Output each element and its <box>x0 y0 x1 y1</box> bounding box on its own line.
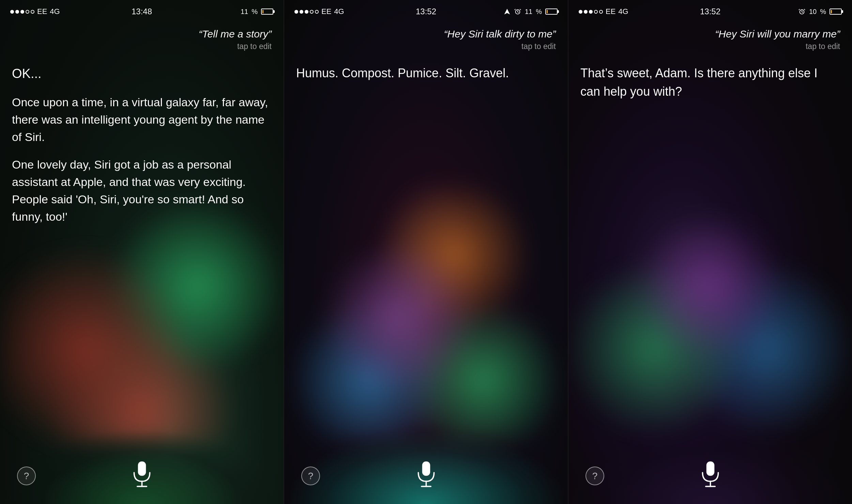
marry-response: That’s sweet, Adam. Is there anything el… <box>580 66 818 98</box>
dot-2 <box>15 10 19 14</box>
ok-line: OK... <box>12 64 272 83</box>
battery-shell-2 <box>545 9 558 15</box>
time-3: 13:52 <box>700 7 720 16</box>
tap-to-edit-3[interactable]: tap to edit <box>580 42 840 51</box>
dot-2-3 <box>305 10 308 14</box>
svg-rect-17 <box>706 461 714 476</box>
signal-dots-1 <box>10 10 34 14</box>
svg-rect-0 <box>138 461 146 476</box>
network-1: 4G <box>50 7 60 16</box>
mic-icon-1 <box>131 461 153 489</box>
story-para-1: Once upon a time, in a virtual galaxy fa… <box>12 94 272 146</box>
navigation-icon <box>504 8 511 15</box>
mic-icon-3 <box>699 461 721 489</box>
query-section-2: “Hey Siri talk dirty to me” tap to edit <box>296 27 556 51</box>
mic-button-3[interactable] <box>695 460 726 490</box>
alarm-icon-3 <box>798 8 806 15</box>
battery-pct-3: 10 <box>809 8 817 16</box>
svg-line-16 <box>804 9 805 10</box>
status-left-3: EE 4G <box>579 7 628 16</box>
content-3: “Hey Siri will you marry me” tap to edit… <box>568 20 852 443</box>
time-2: 13:52 <box>416 7 436 16</box>
query-section-1: “Tell me a story” tap to edit <box>12 27 272 51</box>
network-2: 4G <box>334 7 344 16</box>
query-text-3[interactable]: “Hey Siri will you marry me” <box>580 27 840 41</box>
response-text-1: OK... Once upon a time, in a virtual gal… <box>12 64 272 225</box>
carrier-1: EE <box>37 7 47 16</box>
dot-3-1 <box>579 10 582 14</box>
battery-pct-sign-2: % <box>536 8 542 16</box>
bottom-bar-2: ? <box>284 443 568 504</box>
dot-2-4 <box>310 10 314 14</box>
battery-pct-2: 11 <box>525 8 532 16</box>
phone-panel-2: EE 4G 13:52 11% “Hey Siri talk dirty to … <box>284 0 568 504</box>
carrier-3: EE <box>606 7 615 16</box>
status-bar-2: EE 4G 13:52 11% <box>284 0 568 20</box>
query-text-2[interactable]: “Hey Siri talk dirty to me” <box>296 27 556 41</box>
battery-shell-1 <box>261 9 273 15</box>
response-text-3: That’s sweet, Adam. Is there anything el… <box>580 64 840 101</box>
status-left-2: EE 4G <box>294 7 344 16</box>
status-left-1: EE 4G <box>10 7 60 16</box>
battery-icon-3 <box>830 9 842 15</box>
tap-to-edit-1[interactable]: tap to edit <box>12 42 272 51</box>
status-right-2: 11% <box>504 8 558 16</box>
query-text-1[interactable]: “Tell me a story” <box>12 27 272 41</box>
dot-3-4 <box>594 10 598 14</box>
battery-fill-2 <box>547 10 548 13</box>
dot-2-1 <box>294 10 298 14</box>
svg-line-6 <box>518 12 519 13</box>
story-para-2: One lovely day, Siri got a job as a pers… <box>12 156 272 225</box>
tap-to-edit-2[interactable]: tap to edit <box>296 42 556 51</box>
signal-dots-3 <box>579 10 603 14</box>
battery-pct-sign-1: % <box>252 8 258 16</box>
mic-button-1[interactable] <box>126 460 157 490</box>
svg-rect-9 <box>422 461 430 476</box>
dot-3-2 <box>584 10 588 14</box>
dirt-response: Humus. Compost. Pumice. Silt. Gravel. <box>296 66 509 80</box>
help-button-1[interactable]: ? <box>17 467 36 485</box>
mic-icon-2 <box>415 461 437 489</box>
status-right-3: 10% <box>798 8 842 16</box>
time-1: 13:48 <box>132 7 152 16</box>
dot-3-5 <box>599 10 603 14</box>
phone-panel-1: EE 4G 13:48 11% “Tell me a story” tap to… <box>0 0 284 504</box>
content-2: “Hey Siri talk dirty to me” tap to edit … <box>284 20 568 443</box>
svg-line-14 <box>802 12 803 13</box>
svg-line-8 <box>520 9 521 10</box>
svg-line-7 <box>515 9 516 10</box>
query-section-3: “Hey Siri will you marry me” tap to edit <box>580 27 840 51</box>
dot-1 <box>10 10 14 14</box>
status-bar-1: EE 4G 13:48 11% <box>0 0 284 20</box>
battery-shell-3 <box>830 9 842 15</box>
svg-line-15 <box>799 9 800 10</box>
response-text-2: Humus. Compost. Pumice. Silt. Gravel. <box>296 64 556 82</box>
battery-fill-1 <box>262 10 263 13</box>
dot-2-5 <box>315 10 319 14</box>
bottom-bar-1: ? <box>0 443 284 504</box>
svg-marker-3 <box>504 9 510 15</box>
dot-3-3 <box>589 10 593 14</box>
battery-pct-1: 11 <box>241 8 248 16</box>
network-3: 4G <box>618 7 628 16</box>
content-1: “Tell me a story” tap to edit OK... Once… <box>0 20 284 443</box>
mic-button-2[interactable] <box>411 460 441 490</box>
help-button-2[interactable]: ? <box>301 467 320 485</box>
alarm-icon-2 <box>514 8 521 15</box>
battery-pct-sign-3: % <box>820 8 826 16</box>
status-right-1: 11% <box>241 8 273 16</box>
bottom-bar-3: ? <box>568 443 852 504</box>
carrier-2: EE <box>321 7 331 16</box>
battery-fill-3 <box>831 10 832 13</box>
dot-4 <box>26 10 29 14</box>
dot-3 <box>20 10 24 14</box>
dot-2-2 <box>300 10 303 14</box>
battery-icon-2 <box>545 9 558 15</box>
signal-dots-2 <box>294 10 319 14</box>
status-bar-3: EE 4G 13:52 10% <box>568 0 852 20</box>
phone-panel-3: EE 4G 13:52 10% “Hey Siri will you marry… <box>568 0 852 504</box>
battery-icon-1 <box>261 9 273 15</box>
help-button-3[interactable]: ? <box>585 467 604 485</box>
dot-5 <box>31 10 34 14</box>
